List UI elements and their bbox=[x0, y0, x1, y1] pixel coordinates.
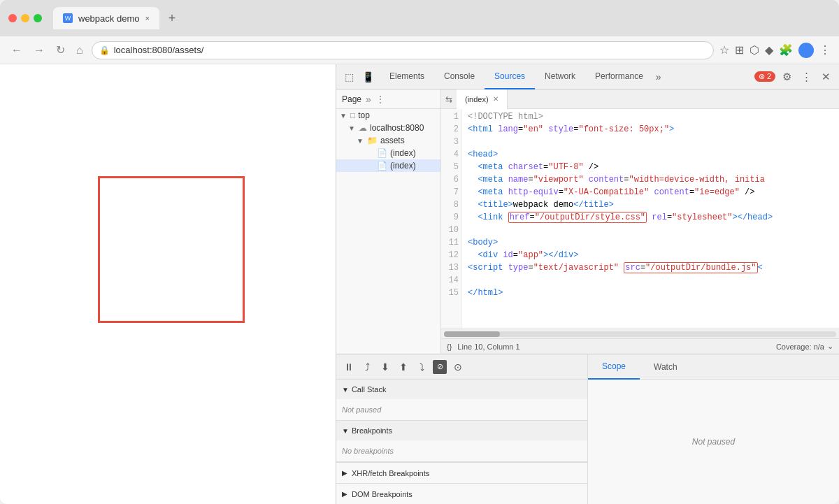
bookmark-icon[interactable]: ☆ bbox=[719, 43, 729, 57]
device-toggle-icon[interactable]: 📱 bbox=[359, 69, 377, 85]
sources-panel: Page » ⋮ ▼ □ top bbox=[336, 89, 839, 504]
new-tab-button[interactable]: + bbox=[162, 8, 182, 28]
file-tree-menu-icon[interactable]: ⋮ bbox=[375, 94, 385, 105]
element-picker-icon[interactable]: ⬚ bbox=[342, 69, 357, 85]
scroll-thumb[interactable] bbox=[444, 331, 500, 337]
step-out-button[interactable]: ⬆ bbox=[396, 360, 410, 374]
scope-tab[interactable]: Scope bbox=[588, 354, 640, 380]
sources-top: Page » ⋮ ▼ □ top bbox=[336, 89, 839, 354]
close-devtools-icon[interactable]: ✕ bbox=[819, 68, 833, 86]
tree-item-index-1[interactable]: 📄 (index) bbox=[336, 147, 440, 159]
tree-arrow-localhost: ▼ bbox=[347, 124, 356, 132]
right-panel-tabs: Scope Watch bbox=[588, 354, 839, 380]
code-lines: <!DOCTYPE html> <html lang="en" style="f… bbox=[462, 109, 839, 329]
code-line-10 bbox=[468, 224, 839, 236]
xhr-breakpoints-section[interactable]: ▶ XHR/fetch Breakpoints bbox=[336, 462, 587, 483]
file-tree-more-icon[interactable]: » bbox=[366, 94, 371, 105]
domain-icon: ☁ bbox=[359, 123, 367, 133]
code-line-14 bbox=[468, 274, 839, 287]
code-line-13: <script type="text/javascript" src="/out… bbox=[468, 261, 839, 274]
forward-button[interactable]: → bbox=[31, 41, 48, 59]
deactivate-breakpoints-icon[interactable]: ⊘ bbox=[433, 360, 447, 374]
devtools-panel: ⬚ 📱 Elements Console Sources Network bbox=[336, 64, 839, 504]
code-line-7: <meta http-equiv="X-UA-Compatible" conte… bbox=[468, 186, 839, 199]
maximize-button[interactable] bbox=[34, 14, 42, 22]
tab-sources[interactable]: Sources bbox=[485, 64, 535, 89]
menu-icon[interactable]: ⋮ bbox=[819, 43, 831, 57]
expand-icon[interactable]: ⌄ bbox=[827, 342, 833, 351]
close-button[interactable] bbox=[8, 14, 17, 22]
tab-console[interactable]: Console bbox=[434, 64, 485, 89]
lastpass-icon[interactable]: ◆ bbox=[765, 43, 773, 57]
tab-title: webpack demo bbox=[78, 13, 139, 24]
tab-elements[interactable]: Elements bbox=[380, 64, 434, 89]
tree-item-assets[interactable]: ▼ 📁 assets bbox=[336, 134, 440, 147]
async-icon[interactable]: ⊙ bbox=[451, 360, 465, 374]
code-line-15: </html> bbox=[468, 287, 839, 299]
breakpoints-section: ▼ Breakpoints No breakpoints bbox=[336, 421, 587, 462]
dom-arrow-icon: ▶ bbox=[342, 490, 347, 498]
code-editor: ⇆ (index) ✕ 12345 678910 1112131415 bbox=[441, 89, 839, 354]
browser-window: W webpack demo × + ← → ↻ ⌂ 🔒 localhost:8… bbox=[0, 0, 839, 504]
editor-tabs: ⇆ (index) ✕ bbox=[441, 89, 839, 109]
tab-performance[interactable]: Performance bbox=[585, 64, 653, 89]
home-button[interactable]: ⌂ bbox=[73, 41, 86, 59]
minimize-button[interactable] bbox=[21, 14, 29, 22]
address-bar[interactable]: 🔒 localhost:8080/assets/ bbox=[92, 41, 714, 59]
step-over-button[interactable]: ⤴ bbox=[360, 360, 374, 374]
file-tree-tab-label[interactable]: Page bbox=[342, 94, 361, 104]
horizontal-scrollbar[interactable] bbox=[441, 329, 839, 338]
file-tree: Page » ⋮ ▼ □ top bbox=[336, 89, 441, 354]
refresh-button[interactable]: ↻ bbox=[53, 41, 68, 59]
step-into-button[interactable]: ⬇ bbox=[378, 360, 392, 374]
tree-item-top[interactable]: ▼ □ top bbox=[336, 109, 440, 122]
tab-favicon: W bbox=[63, 13, 73, 23]
tree-arrow-assets: ▼ bbox=[356, 137, 364, 145]
puzzle-icon[interactable]: 🧩 bbox=[779, 43, 793, 57]
dom-breakpoints-section[interactable]: ▶ DOM Breakpoints bbox=[336, 483, 587, 504]
devtools-tabs: Elements Console Sources Network Perform… bbox=[380, 64, 752, 89]
address-text: localhost:8080/assets/ bbox=[114, 45, 204, 55]
scroll-track bbox=[444, 331, 836, 337]
code-content[interactable]: 12345 678910 1112131415 <!DOCTYPE html> … bbox=[441, 109, 839, 329]
more-tabs-icon[interactable]: » bbox=[656, 71, 661, 82]
devtools-menu-icon[interactable]: ⋮ bbox=[798, 68, 815, 86]
page-area bbox=[0, 64, 336, 504]
editor-toggle-icon[interactable]: ⇆ bbox=[441, 92, 457, 107]
debugger-panel: ⏸ ⤴ ⬇ ⬆ ⤵ ⊘ ⊙ ▼ Call Stack bbox=[336, 354, 587, 504]
right-panel-content: Not paused bbox=[588, 380, 839, 504]
call-stack-body: Not paused bbox=[336, 399, 587, 420]
code-line-2: <html lang="en" style="font-size: 50px;"… bbox=[468, 123, 839, 136]
folder-icon: □ bbox=[350, 110, 355, 120]
dom-breakpoints-label: DOM Breakpoints bbox=[352, 490, 413, 498]
call-stack-section: ▼ Call Stack Not paused bbox=[336, 380, 587, 421]
editor-tab-index[interactable]: (index) ✕ bbox=[457, 89, 508, 109]
code-line-11: <body> bbox=[468, 236, 839, 249]
tree-item-index-2[interactable]: 📄 (index) bbox=[336, 159, 440, 172]
file-tree-content: ▼ □ top ▼ ☁ localhost:8080 bbox=[336, 109, 440, 354]
tree-arrow-top: ▼ bbox=[339, 112, 347, 120]
editor-status-bar: {} Line 10, Column 1 Coverage: n/a ⌄ bbox=[441, 338, 839, 354]
tab-close-button[interactable]: × bbox=[145, 14, 149, 22]
pause-button[interactable]: ⏸ bbox=[342, 360, 356, 374]
watch-tab[interactable]: Watch bbox=[640, 354, 691, 380]
devtools-toolbar: ⬚ 📱 Elements Console Sources Network bbox=[336, 64, 839, 89]
tree-item-localhost[interactable]: ▼ ☁ localhost:8080 bbox=[336, 122, 440, 134]
settings-icon[interactable]: ⚙ bbox=[780, 68, 794, 86]
step-button[interactable]: ⤵ bbox=[415, 360, 429, 374]
editor-tab-close-icon[interactable]: ✕ bbox=[493, 95, 499, 103]
tab-network[interactable]: Network bbox=[535, 64, 585, 89]
tab-bar: W webpack demo × + bbox=[53, 7, 831, 29]
breakpoints-header[interactable]: ▼ Breakpoints bbox=[336, 421, 587, 440]
profile-avatar[interactable] bbox=[798, 43, 814, 58]
file-tree-toolbar: Page » ⋮ bbox=[336, 89, 440, 109]
file-icon-1: 📄 bbox=[377, 148, 387, 158]
extensions-icon[interactable]: ⊞ bbox=[735, 43, 744, 57]
back-button[interactable]: ← bbox=[8, 41, 25, 59]
pretty-print-icon[interactable]: {} bbox=[447, 343, 452, 351]
translate-icon[interactable]: ⬡ bbox=[750, 43, 759, 57]
browser-tab[interactable]: W webpack demo × bbox=[53, 7, 159, 29]
call-stack-header[interactable]: ▼ Call Stack bbox=[336, 380, 587, 399]
not-paused-text: Not paused bbox=[342, 405, 381, 414]
code-line-6: <meta name="viewport" content="width=dev… bbox=[468, 173, 839, 186]
